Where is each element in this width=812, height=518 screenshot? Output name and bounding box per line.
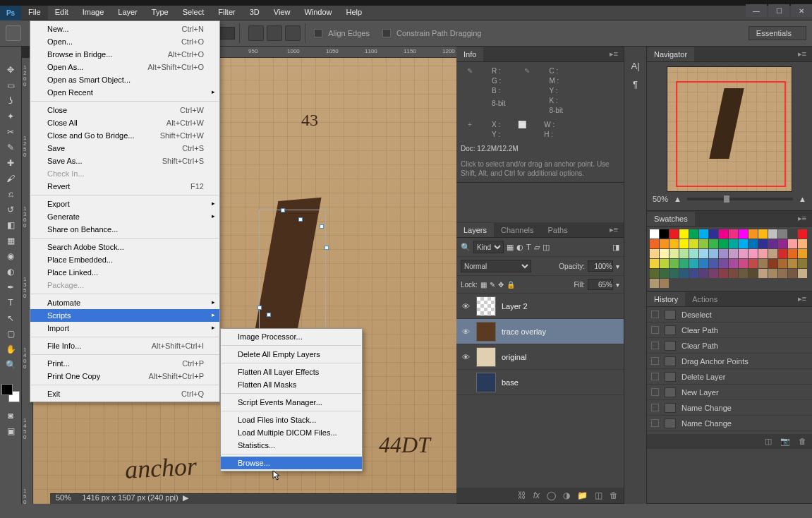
layer-thumb[interactable]	[476, 296, 496, 316]
nav-zoom-value[interactable]: 50%	[653, 195, 668, 203]
swatch[interactable]	[778, 259, 787, 268]
menu-item-exit[interactable]: ExitCtrl+Q	[30, 387, 219, 400]
swatch[interactable]	[650, 279, 659, 288]
opacity-dropdown-icon[interactable]: ▾	[616, 263, 619, 270]
zoom-out-icon[interactable]: ▲	[674, 195, 681, 203]
swatch[interactable]	[749, 269, 758, 278]
swatch[interactable]	[719, 239, 728, 248]
align-edges-checkbox[interactable]	[314, 29, 322, 37]
menu-3d[interactable]: 3D	[243, 6, 267, 20]
tool-preset-icon[interactable]	[6, 25, 21, 41]
menu-item-statistics[interactable]: Statistics...	[221, 439, 362, 452]
menu-item-open-as[interactable]: Open As...Alt+Shift+Ctrl+O	[30, 61, 219, 73]
swatch[interactable]	[749, 249, 758, 258]
maximize-button[interactable]: ☐	[768, 4, 789, 17]
menu-item-save[interactable]: SaveCtrl+S	[30, 142, 219, 155]
pathops-icon-3[interactable]	[285, 25, 301, 41]
swatch[interactable]	[778, 249, 787, 258]
panel-menu-icon[interactable]: ▸≡	[604, 222, 624, 237]
swatch[interactable]	[660, 229, 669, 239]
filter-pixel-icon[interactable]: ▦	[507, 243, 514, 252]
menu-item-load-files-into-stack[interactable]: Load Files into Stack...	[221, 414, 362, 426]
layer-row[interactable]: base	[456, 370, 624, 395]
swatch[interactable]	[679, 249, 689, 258]
menu-item-import[interactable]: Import	[30, 322, 219, 335]
swatch[interactable]	[778, 239, 787, 248]
swatch[interactable]	[699, 239, 708, 248]
swatch[interactable]	[798, 229, 807, 239]
swatch[interactable]	[729, 269, 738, 278]
history-checkbox[interactable]	[651, 342, 659, 349]
link-layers-icon[interactable]: ⛓	[518, 490, 526, 500]
swatch[interactable]	[699, 229, 708, 239]
type-tool[interactable]: T	[2, 295, 19, 311]
visibility-toggle[interactable]: 👁	[461, 302, 471, 311]
layer-thumb[interactable]	[476, 373, 496, 392]
stamp-tool[interactable]: ⎌	[2, 186, 19, 202]
swatch[interactable]	[650, 249, 659, 258]
navigator-tab[interactable]: Navigator	[647, 47, 694, 61]
new-layer-icon[interactable]: ◫	[595, 490, 602, 500]
brush-tool[interactable]: 🖌	[2, 171, 19, 186]
swatch[interactable]	[749, 259, 758, 268]
workspace-selector[interactable]: Essentials	[749, 26, 806, 40]
anchor-point[interactable]	[298, 217, 303, 222]
anchor-point[interactable]	[257, 306, 262, 310]
filter-toggle[interactable]: ◨	[612, 243, 619, 252]
swatch[interactable]	[709, 229, 718, 239]
marquee-tool[interactable]: ▭	[2, 78, 19, 93]
menu-item-place-linked[interactable]: Place Linked...	[30, 266, 219, 279]
swatch[interactable]	[788, 239, 797, 248]
character-panel-icon[interactable]: A|	[629, 61, 643, 73]
eyedropper-tool[interactable]: ✎	[2, 140, 19, 155]
history-state[interactable]: Deselect	[647, 307, 812, 323]
swatch[interactable]	[650, 269, 659, 278]
layer-row[interactable]: 👁trace overlay	[456, 319, 624, 344]
history-state[interactable]: Delete Layer	[647, 369, 812, 385]
filter-shape-icon[interactable]: ▱	[534, 243, 540, 252]
anchor-point[interactable]	[281, 208, 285, 212]
menu-item-file-info[interactable]: File Info...Alt+Shift+Ctrl+I	[30, 339, 219, 352]
menu-file[interactable]: File	[21, 6, 48, 20]
anchor-point[interactable]	[320, 224, 324, 229]
menu-item-automate[interactable]: Automate	[30, 296, 219, 309]
menu-type[interactable]: Type	[145, 6, 176, 20]
history-checkbox[interactable]	[651, 404, 659, 411]
history-checkbox[interactable]	[651, 419, 659, 427]
eraser-tool[interactable]: ◧	[2, 217, 19, 233]
swatch[interactable]	[798, 239, 807, 248]
anchor-point[interactable]	[325, 246, 329, 250]
swatch[interactable]	[679, 229, 689, 239]
layer-row[interactable]: 👁Layer 2	[456, 294, 624, 319]
panel-menu-icon[interactable]: ▸≡	[604, 47, 624, 61]
history-state[interactable]: New Layer	[647, 385, 812, 400]
swatch[interactable]	[768, 269, 777, 278]
menu-item-browse[interactable]: Browse...	[221, 457, 362, 469]
swatch[interactable]	[739, 239, 748, 248]
menu-item-delete-all-empty-layers[interactable]: Delete All Empty Layers	[221, 348, 362, 361]
swatch[interactable]	[660, 249, 669, 258]
crop-tool[interactable]: ✂	[2, 124, 19, 140]
filter-adjust-icon[interactable]: ◐	[516, 243, 523, 252]
menu-select[interactable]: Select	[176, 6, 212, 20]
swatch[interactable]	[719, 259, 728, 268]
foreground-color[interactable]	[1, 384, 13, 395]
menu-item-new[interactable]: New...Ctrl+N	[30, 23, 219, 35]
swatch[interactable]	[768, 239, 777, 248]
lock-transparent-icon[interactable]: ▦	[480, 281, 487, 289]
swatch[interactable]	[758, 259, 768, 268]
swatch[interactable]	[758, 269, 768, 278]
swatch[interactable]	[729, 229, 738, 239]
swatch[interactable]	[650, 259, 659, 268]
swatch[interactable]	[778, 269, 787, 278]
swatch[interactable]	[739, 229, 748, 239]
pathops-icon-2[interactable]	[267, 25, 282, 41]
menu-item-image-processor[interactable]: Image Processor...	[221, 330, 362, 343]
navigator-viewport[interactable]	[676, 81, 786, 187]
menu-window[interactable]: Window	[297, 6, 339, 20]
menu-item-share-on-behance[interactable]: Share on Behance...	[30, 223, 219, 236]
swatch[interactable]	[739, 259, 748, 268]
layer-name[interactable]: trace overlay	[502, 327, 546, 336]
menu-item-search-adobe-stock[interactable]: Search Adobe Stock...	[30, 241, 219, 253]
dodge-tool[interactable]: ◐	[2, 264, 19, 279]
